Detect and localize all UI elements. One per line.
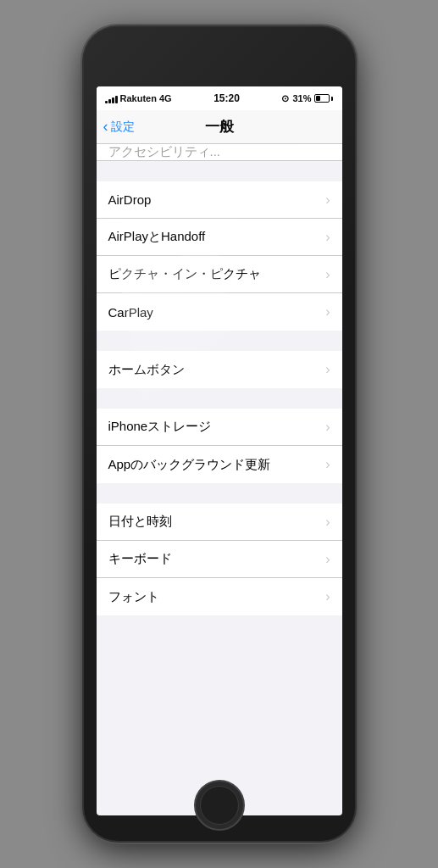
page-title: 一般 [205, 117, 234, 136]
bg-refresh-label: Appのバックグラウンド更新 [108, 457, 271, 473]
section-3: iPhoneストレージ › Appのバックグラウンド更新 › [97, 409, 342, 483]
airplay-handoff-label: AirPlayとHandoff [108, 229, 206, 245]
fonts-label: フォント [108, 589, 159, 605]
chevron-icon: › [325, 589, 330, 604]
chevron-icon: › [325, 515, 330, 530]
date-time-label: 日付と時刻 [108, 514, 172, 530]
chevron-icon: › [325, 457, 330, 472]
chevron-icon: › [325, 192, 330, 208]
section-gap-3 [97, 388, 342, 409]
section-4: 日付と時刻 › キーボード › フォント › [97, 504, 342, 615]
list-item-fonts[interactable]: フォント › [97, 578, 342, 615]
content-area: アクセシビリティ... AirDrop › AirPlayとHandoff › … [97, 144, 342, 615]
home-button[interactable] [194, 780, 245, 831]
phone-screen: Rakuten 4G 15:20 ⊙ 31% ‹ 設定 一般 [97, 86, 342, 815]
home-button-label: ホームボタン [108, 362, 185, 378]
truncated-text: アクセシビリティ... [108, 144, 221, 160]
section-gap-1 [97, 161, 342, 181]
truncated-group: アクセシビリティ... [97, 144, 342, 161]
signal-bars [105, 93, 118, 103]
chevron-icon: › [325, 267, 330, 282]
back-chevron-icon: ‹ [103, 119, 108, 134]
battery-icon [314, 94, 333, 103]
list-item-background-refresh[interactable]: Appのバックグラウンド更新 › [97, 446, 342, 483]
nav-bar: ‹ 設定 一般 [97, 110, 342, 144]
status-left: Rakuten 4G [105, 93, 172, 103]
status-bar: Rakuten 4G 15:20 ⊙ 31% [97, 86, 342, 110]
list-item-home-button[interactable]: ホームボタン › [97, 351, 342, 388]
carplay-label: CarPlay [108, 305, 153, 320]
chevron-icon: › [325, 552, 330, 567]
list-item-airplay-handoff[interactable]: AirPlayとHandoff › [97, 219, 342, 256]
back-label: 設定 [111, 120, 135, 135]
pip-label: ピクチャ・イン・ピクチャ [108, 266, 261, 282]
section-gap-4 [97, 483, 342, 504]
time-label: 15:20 [213, 92, 240, 104]
home-button-inner [200, 786, 239, 825]
battery-percent: 31% [292, 93, 311, 103]
list-item-airdrop[interactable]: AirDrop › [97, 181, 342, 219]
carrier-label: Rakuten [120, 93, 157, 103]
back-button[interactable]: ‹ 設定 [103, 120, 135, 135]
phone-frame: Rakuten 4G 15:20 ⊙ 31% ‹ 設定 一般 [84, 27, 355, 841]
section-2: ホームボタン › [97, 351, 342, 388]
section-1: AirDrop › AirPlayとHandoff › ピクチャ・イン・ピクチャ… [97, 181, 342, 331]
storage-label: iPhoneストレージ [108, 419, 212, 435]
chevron-icon: › [325, 230, 330, 245]
list-item-picture-in-picture[interactable]: ピクチャ・イン・ピクチャ › [97, 256, 342, 293]
section-gap-2 [97, 331, 342, 351]
list-item-date-time[interactable]: 日付と時刻 › [97, 504, 342, 541]
location-icon: ⊙ [281, 93, 289, 104]
list-item-carplay[interactable]: CarPlay › [97, 293, 342, 331]
airdrop-label: AirDrop [108, 192, 152, 207]
truncated-item: アクセシビリティ... [97, 144, 342, 161]
chevron-icon: › [325, 362, 330, 377]
list-item-iphone-storage[interactable]: iPhoneストレージ › [97, 409, 342, 446]
chevron-icon: › [325, 420, 330, 435]
chevron-icon: › [325, 304, 330, 320]
list-item-keyboard[interactable]: キーボード › [97, 541, 342, 578]
status-right: ⊙ 31% [281, 93, 333, 104]
keyboard-label: キーボード [108, 551, 172, 567]
network-label: 4G [159, 93, 172, 103]
